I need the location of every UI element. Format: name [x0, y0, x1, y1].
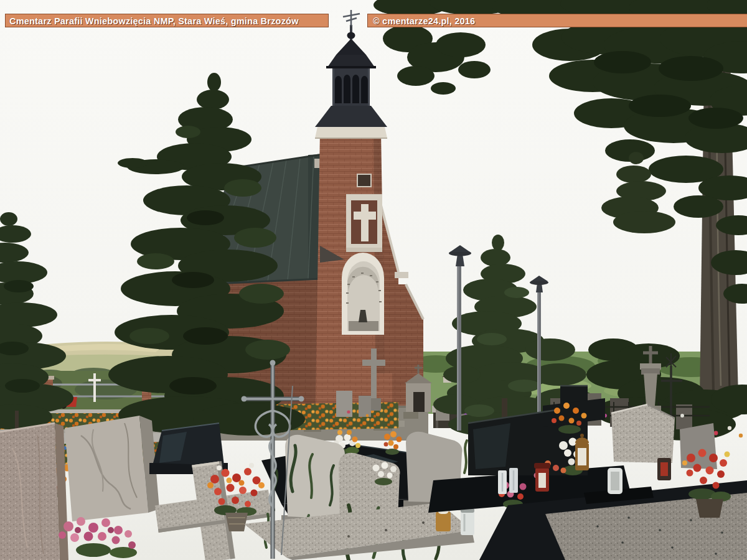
caption-banner-right: © cmentarze24.pl, 2016 [367, 14, 747, 27]
gravestone-pink-slab [0, 423, 68, 560]
grave-lantern-dark [657, 458, 671, 480]
gravestone-marble [65, 416, 159, 521]
tower-cornice [315, 127, 387, 138]
grave-candle-white [461, 508, 474, 535]
photo-scene [0, 0, 747, 560]
grave-lantern-gold [575, 434, 589, 470]
caption-banner-left: Cmentarz Parafii Wniebowzięcia NMP, Star… [5, 14, 329, 27]
caption-left-text: Cmentarz Parafii Wniebowzięcia NMP, Star… [9, 16, 299, 26]
caption-right-text: © cmentarze24.pl, 2016 [373, 16, 475, 26]
statue-niche [342, 253, 384, 335]
cross-relief-panel [346, 194, 382, 252]
grave-candle-glass [608, 468, 622, 494]
tower-vent [357, 174, 371, 187]
gravestone-grey-right-1 [611, 404, 675, 463]
cemetery-photo: Cmentarz Parafii Wniebowzięcia NMP, Star… [0, 0, 747, 560]
grave-lantern-red [534, 463, 550, 492]
